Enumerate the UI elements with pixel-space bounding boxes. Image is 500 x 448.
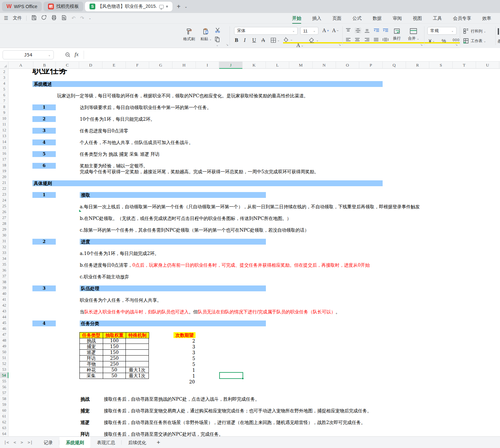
sheet-tab[interactable]: 表现汇总 [90,437,122,448]
column-header[interactable]: H [173,62,196,69]
row-header[interactable]: 38 [0,279,8,285]
sheet-grid[interactable]: 2345678910111213141516171819202122232425… [0,69,500,436]
align-left-icon[interactable] [346,38,351,42]
row-header[interactable]: 48 [0,337,8,343]
align-group-launcher-icon[interactable]: ↘ [420,43,423,46]
row-header[interactable]: 35 [0,261,8,267]
column-header[interactable]: M [289,62,313,69]
row-header[interactable]: 5 [0,86,8,92]
clear-format-button[interactable]: ⌄ [309,37,319,43]
bold-button[interactable]: B [235,37,238,43]
sheet-tab[interactable]: 记录 [37,437,59,448]
column-header[interactable]: E [102,62,126,69]
increase-font-button[interactable]: A+ [322,28,329,33]
format-painter-button[interactable]: 格式刷 [183,28,195,42]
row-header[interactable]: 37 [0,273,8,279]
hamburger-menu-icon[interactable]: ☰ [4,15,8,21]
column-header[interactable]: Q [383,62,406,69]
row-header[interactable]: 20 [0,174,8,180]
name-box[interactable]: J54 ⌄ [3,50,54,59]
row-header[interactable]: 34 [0,256,8,261]
template-store-tab[interactable]: 稻 找稻壳模板 [43,2,83,11]
ribbon-tab[interactable]: 审阅 [387,14,407,23]
ribbon-tab[interactable]: 视图 [407,14,427,23]
row-header[interactable]: 4 [0,80,8,86]
row-header[interactable]: 30 [0,232,8,238]
currency-format-button[interactable]: ¥⌄ [429,38,435,43]
row-header[interactable]: 44 [0,314,8,320]
cut-button[interactable] [215,27,221,33]
row-header[interactable]: 23 [0,191,8,197]
quickbar-more-chevron-icon[interactable]: ⌄ [89,17,91,20]
zoom-formula-icon[interactable] [65,52,71,59]
row-header[interactable]: 29 [0,226,8,232]
first-sheet-icon[interactable]: |< [4,440,9,445]
column-header[interactable]: O [336,62,359,69]
row-header[interactable]: 54 [0,372,8,378]
paste-button[interactable]: 粘贴 ⌄ [200,28,212,42]
prev-sheet-icon[interactable]: < [14,440,16,445]
column-header[interactable]: S [429,62,453,69]
percent-format-button[interactable]: % [442,38,446,43]
column-header[interactable]: F [126,62,149,69]
decrease-indent-icon[interactable] [374,28,379,33]
align-top-icon[interactable] [346,28,351,33]
row-header[interactable]: 33 [0,250,8,256]
file-menu[interactable]: 文件 [13,15,22,21]
column-header[interactable]: A [8,62,33,69]
ribbon-tab[interactable]: 开始 [287,14,307,23]
row-header[interactable]: 6 [0,92,8,98]
worksheet-button[interactable]: 工作表 ⌄ [463,38,486,44]
column-header[interactable]: L [266,62,289,69]
ribbon-tab[interactable]: 插入 [307,14,327,23]
fill-handle[interactable] [242,377,244,380]
merge-cells-button[interactable]: 合并 ⌄ [408,28,419,41]
row-header[interactable]: 25 [0,203,8,209]
name-box-chevron-icon[interactable]: ⌄ [49,53,50,56]
column-header[interactable]: J [219,62,243,69]
italic-button[interactable]: I [244,37,245,43]
add-sheet-button[interactable]: + [153,439,160,446]
column-header[interactable]: T [453,62,476,69]
wps-office-home-tab[interactable]: W WPS Office [2,2,42,11]
row-header[interactable]: 36 [0,267,8,273]
ribbon-tab[interactable]: 会员专享 [447,14,477,23]
row-header[interactable]: 50 [0,349,8,355]
row-header[interactable]: 22 [0,186,8,191]
column-header[interactable]: K [243,62,266,69]
row-header[interactable]: 39 [0,285,8,291]
sheet-tab[interactable]: 系统规则 [59,437,90,448]
row-header[interactable]: 40 [0,291,8,297]
row-header[interactable]: 49 [0,343,8,349]
font-name-combo[interactable]: 宋体⌄ [234,27,298,35]
ribbon-tab[interactable]: 页面 [327,14,347,23]
row-header[interactable]: 2 [0,69,8,75]
row-header[interactable]: 45 [0,320,8,326]
fx-icon[interactable]: fx [75,51,78,58]
column-header[interactable]: I [196,62,219,69]
number-format-combo[interactable]: 常规⌄ [427,27,457,35]
row-header[interactable]: 56 [0,384,8,390]
align-center-icon[interactable] [355,38,360,42]
row-header[interactable]: 24 [0,197,8,203]
row-header[interactable]: 21 [0,180,8,186]
copy-button[interactable]: ⌄ [214,36,220,47]
font-group-launcher-icon[interactable]: ↘ [339,43,341,46]
row-header[interactable]: 55 [0,378,8,384]
column-header[interactable]: C [56,62,79,69]
row-header[interactable]: 47 [0,332,8,337]
strikethrough-button[interactable]: A [261,37,265,43]
font-size-combo[interactable]: 11⌄ [300,27,318,35]
row-header[interactable]: 51 [0,355,8,361]
print-icon[interactable] [51,15,57,21]
conditional-format-label[interactable]: 条件 [497,39,500,44]
rows-cols-button[interactable]: 行和列 ⌄ [463,28,486,34]
align-right-icon[interactable] [364,38,370,42]
underline-button[interactable]: U [252,37,256,43]
clipboard-group-launcher-icon[interactable]: ↘ [226,43,229,46]
ribbon-tab[interactable]: 公式 [347,14,367,23]
distributed-icon[interactable] [383,38,388,42]
export-icon[interactable] [41,15,47,21]
align-bottom-icon[interactable] [364,28,370,33]
row-header[interactable]: 3 [0,75,8,80]
